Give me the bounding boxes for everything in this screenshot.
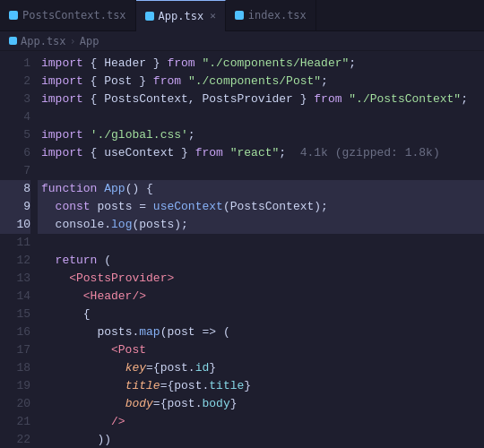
- tab-index[interactable]: index.tsx: [226, 0, 316, 31]
- code-line-13: <PostsProvider>: [38, 270, 484, 288]
- line-numbers: 1234567891011121314151617181920212223242…: [0, 51, 38, 448]
- line-number-4: 4: [0, 108, 30, 126]
- code-line-3: import { PostsContext, PostsProvider } f…: [38, 90, 484, 108]
- line-number-1: 1: [0, 55, 30, 73]
- code-line-16: posts.map(post => (: [38, 323, 484, 341]
- tab-label-app: App.tsx: [159, 10, 204, 22]
- tab-postscontext[interactable]: PostsContext.tsx: [0, 0, 136, 31]
- tsx-icon: [9, 11, 18, 20]
- code-line-14: <Header/>: [38, 288, 484, 306]
- line-number-11: 11: [0, 234, 30, 252]
- line-number-21: 21: [0, 413, 30, 431]
- line-number-17: 17: [0, 341, 30, 359]
- code-line-20: body={post.body}: [38, 395, 484, 413]
- tab-label-index: index.tsx: [248, 9, 307, 22]
- code-line-6: import { useContext } from "react"; 4.1k…: [38, 144, 484, 162]
- tab-close-button[interactable]: ✕: [210, 10, 216, 22]
- line-number-9: 9: [0, 198, 30, 216]
- code-line-17: <Post: [38, 341, 484, 359]
- code-line-18: key={post.id}: [38, 359, 484, 377]
- line-number-20: 20: [0, 395, 30, 413]
- code-line-10: console.log(posts);: [38, 216, 484, 234]
- line-number-5: 5: [0, 126, 30, 144]
- breadcrumb: App.tsx › App: [0, 31, 484, 51]
- code-content[interactable]: import { Header } from "./components/Hea…: [38, 51, 484, 448]
- code-line-1: import { Header } from "./components/Hea…: [38, 55, 484, 73]
- code-line-5: import './global.css';: [38, 126, 484, 144]
- editor-window: PostsContext.tsx App.tsx ✕ index.tsx App…: [0, 0, 484, 448]
- code-line-21: />: [38, 413, 484, 431]
- line-number-22: 22: [0, 431, 30, 448]
- line-number-8: 8: [0, 180, 30, 198]
- code-line-19: title={post.title}: [38, 377, 484, 395]
- code-line-8: function App() {: [38, 180, 484, 198]
- breadcrumb-symbol: App: [80, 35, 99, 47]
- tsx-icon-breadcrumb: [9, 37, 17, 45]
- tsx-icon-index: [235, 11, 244, 20]
- line-number-15: 15: [0, 306, 30, 323]
- code-line-4: [38, 108, 484, 126]
- line-number-3: 3: [0, 90, 30, 108]
- tsx-icon-active: [145, 12, 154, 21]
- breadcrumb-separator: ›: [70, 35, 76, 47]
- code-line-22: )): [38, 431, 484, 448]
- code-line-12: return (: [38, 252, 484, 270]
- line-number-10: 10: [0, 216, 30, 234]
- line-number-19: 19: [0, 377, 30, 395]
- code-line-2: import { Post } from "./components/Post"…: [38, 73, 484, 90]
- code-line-15: {: [38, 306, 484, 323]
- line-number-6: 6: [0, 144, 30, 162]
- line-number-2: 2: [0, 73, 30, 90]
- editor-body: 1234567891011121314151617181920212223242…: [0, 51, 484, 448]
- breadcrumb-file: App.tsx: [21, 35, 66, 47]
- tab-label: PostsContext.tsx: [22, 9, 126, 22]
- line-number-16: 16: [0, 323, 30, 341]
- code-line-11: [38, 234, 484, 252]
- line-number-7: 7: [0, 162, 30, 180]
- line-number-12: 12: [0, 252, 30, 270]
- line-number-14: 14: [0, 288, 30, 306]
- line-number-18: 18: [0, 359, 30, 377]
- code-line-9: const posts = useContext(PostsContext);: [38, 198, 484, 216]
- tab-bar: PostsContext.tsx App.tsx ✕ index.tsx: [0, 0, 484, 31]
- tab-app[interactable]: App.tsx ✕: [136, 0, 226, 31]
- line-number-13: 13: [0, 270, 30, 288]
- code-line-7: [38, 162, 484, 180]
